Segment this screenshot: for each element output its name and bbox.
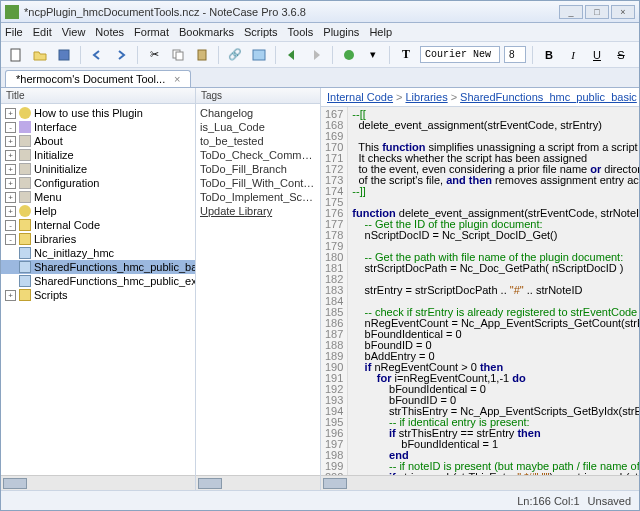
tag-item[interactable]: ToDo_Implement_Script	[200, 190, 316, 204]
paste-button[interactable]	[192, 45, 212, 65]
tree-label: Libraries	[34, 233, 76, 245]
tab-active[interactable]: *hermocom's Document Tool... ×	[5, 70, 191, 87]
tree-node[interactable]: -Internal Code	[1, 218, 195, 232]
tree-node[interactable]: +About	[1, 134, 195, 148]
tree-twisty[interactable]: +	[5, 136, 16, 147]
tree-twisty[interactable]: +	[5, 206, 16, 217]
tree-label: Scripts	[34, 289, 68, 301]
app-icon	[5, 5, 19, 19]
tree-node[interactable]: +Menu	[1, 190, 195, 204]
tags-list[interactable]: Changelogis_Lua_Codeto_be_testedToDo_Che…	[196, 104, 320, 475]
tree-twisty[interactable]: +	[5, 290, 16, 301]
tag-item[interactable]: is_Lua_Code	[200, 120, 316, 134]
menu-help[interactable]: Help	[369, 26, 392, 38]
tags-hscroll[interactable]	[196, 475, 320, 490]
maximize-button[interactable]: □	[585, 5, 609, 19]
dropdown-button[interactable]: ▾	[363, 45, 383, 65]
tree-node[interactable]: Nc_initlazy_hmc	[1, 246, 195, 260]
tree-icon	[19, 233, 31, 245]
tree-icon	[19, 149, 31, 161]
save-button[interactable]	[54, 45, 74, 65]
tree-node[interactable]: +Scripts	[1, 288, 195, 302]
code-source[interactable]: --[[ delete_event_assignment(strEventCod…	[348, 107, 640, 475]
tree-twisty[interactable]: +	[5, 108, 16, 119]
tree-label: Configuration	[34, 177, 99, 189]
tag-item[interactable]: ToDo_Fill_With_Content	[200, 176, 316, 190]
forward-button[interactable]	[306, 45, 326, 65]
tree-twisty[interactable]: -	[5, 234, 16, 245]
font-size-select[interactable]	[504, 46, 526, 63]
tree-twisty[interactable]: -	[5, 220, 16, 231]
link-button[interactable]: 🔗	[225, 45, 245, 65]
tree-label: Help	[34, 205, 57, 217]
breadcrumb-link[interactable]: Internal Code	[327, 91, 393, 103]
tree-node[interactable]: -Libraries	[1, 232, 195, 246]
editor-hscroll[interactable]	[321, 475, 640, 490]
svg-rect-1	[59, 50, 69, 60]
tree-label: SharedFunctions_hmc_public_extended	[34, 275, 195, 287]
minimize-button[interactable]: _	[559, 5, 583, 19]
strike-button[interactable]: S	[611, 45, 631, 65]
tree-node[interactable]: SharedFunctions_hmc_public_extended	[1, 274, 195, 288]
tag-item[interactable]: ToDo_Check_Commented	[200, 148, 316, 162]
svg-point-6	[344, 50, 354, 60]
tree-node[interactable]: +Configuration	[1, 176, 195, 190]
font-family-select[interactable]	[420, 46, 500, 63]
tree-node[interactable]: +Uninitialize	[1, 162, 195, 176]
editor-panel: Internal Code>Libraries>SharedFunctions_…	[321, 88, 640, 490]
tree-label: Nc_initlazy_hmc	[34, 247, 114, 259]
breadcrumb-link[interactable]: SharedFunctions_hmc_public_basic	[460, 91, 637, 103]
menu-file[interactable]: File	[5, 26, 23, 38]
italic-button[interactable]: I	[563, 45, 583, 65]
tree-node[interactable]: +How to use this Plugin	[1, 106, 195, 120]
image-button[interactable]	[249, 45, 269, 65]
breadcrumb: Internal Code>Libraries>SharedFunctions_…	[321, 88, 640, 107]
tree-twisty[interactable]: +	[5, 178, 16, 189]
tag-item[interactable]: ToDo_Fill_Branch	[200, 162, 316, 176]
bold-button[interactable]: B	[539, 45, 559, 65]
new-button[interactable]	[6, 45, 26, 65]
record-button[interactable]	[339, 45, 359, 65]
code-editor[interactable]: 167 168 169 170 171 172 173 174 175 176 …	[321, 107, 640, 475]
menu-bookmarks[interactable]: Bookmarks	[179, 26, 234, 38]
menu-bar: FileEditViewNotesFormatBookmarksScriptsT…	[1, 23, 639, 42]
tag-item[interactable]: Changelog	[200, 106, 316, 120]
undo-button[interactable]	[87, 45, 107, 65]
menu-plugins[interactable]: Plugins	[323, 26, 359, 38]
tree-twisty[interactable]: -	[5, 122, 16, 133]
underline-button[interactable]: U	[587, 45, 607, 65]
copy-button[interactable]	[168, 45, 188, 65]
menu-format[interactable]: Format	[134, 26, 169, 38]
breadcrumb-link[interactable]: Libraries	[405, 91, 447, 103]
tree-icon	[19, 121, 31, 133]
redo-button[interactable]	[111, 45, 131, 65]
tree-node[interactable]: SharedFunctions_hmc_public_basic	[1, 260, 195, 274]
tree-node[interactable]: +Help	[1, 204, 195, 218]
menu-tools[interactable]: Tools	[288, 26, 314, 38]
main-toolbar: ✂ 🔗 ▾ T B I U S	[1, 42, 639, 68]
back-button[interactable]	[282, 45, 302, 65]
tree-twisty[interactable]: +	[5, 150, 16, 161]
tree-label: How to use this Plugin	[34, 107, 143, 119]
tab-close-icon[interactable]: ×	[174, 73, 180, 85]
tree-twisty[interactable]: +	[5, 192, 16, 203]
tree-node[interactable]: +Initialize	[1, 148, 195, 162]
tree-hscroll[interactable]	[1, 475, 195, 490]
tag-item[interactable]: Update Library	[200, 204, 316, 218]
cut-button[interactable]: ✂	[144, 45, 164, 65]
status-save-state: Unsaved	[588, 495, 631, 507]
tree-icon	[19, 289, 31, 301]
menu-view[interactable]: View	[62, 26, 86, 38]
menu-edit[interactable]: Edit	[33, 26, 52, 38]
tree-twisty[interactable]: +	[5, 164, 16, 175]
document-tree[interactable]: +How to use this Plugin-Interface+About+…	[1, 104, 195, 475]
open-button[interactable]	[30, 45, 50, 65]
menu-notes[interactable]: Notes	[95, 26, 124, 38]
font-color-button[interactable]: T	[396, 45, 416, 65]
tree-label: Initialize	[34, 149, 74, 161]
tree-icon	[19, 163, 31, 175]
menu-scripts[interactable]: Scripts	[244, 26, 278, 38]
tag-item[interactable]: to_be_tested	[200, 134, 316, 148]
tree-node[interactable]: -Interface	[1, 120, 195, 134]
close-button[interactable]: ×	[611, 5, 635, 19]
